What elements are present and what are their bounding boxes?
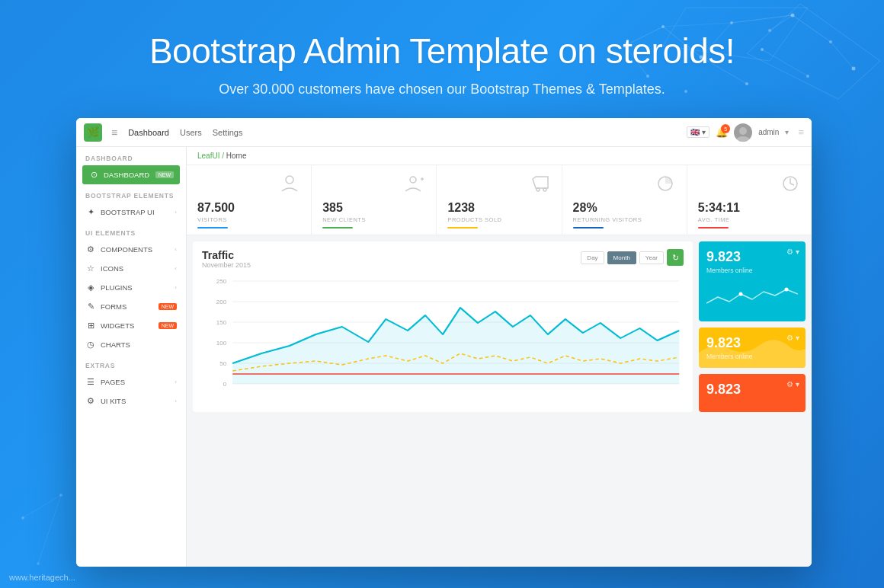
visitors-bar <box>197 227 228 228</box>
sidebar-section-dashboard: DASHBOARD <box>76 147 186 165</box>
widget-members-online-yellow: ⚙ ▾ 9.823 Members online <box>699 328 806 368</box>
sidebar-item-widgets[interactable]: ⊞ WIDGETS NEW <box>76 316 186 335</box>
sidebar-item-label: WIDGETS <box>101 321 134 330</box>
returning-bar <box>573 227 604 228</box>
ctrl-month[interactable]: Month <box>607 251 636 264</box>
returning-value: 28% <box>573 201 597 215</box>
stat-returning: 28% RETURNING VISITORS <box>562 165 687 235</box>
sidebar-item-icons[interactable]: ☆ ICONS ‹ <box>76 259 186 278</box>
svg-line-42 <box>790 184 794 185</box>
sidebar-item-label: CHARTS <box>101 340 130 349</box>
hamburger-icon[interactable]: ≡ <box>111 126 117 139</box>
topnav-link-users[interactable]: Users <box>180 128 202 137</box>
svg-marker-55 <box>232 308 679 384</box>
language-flag[interactable]: 🇬🇧 ▾ <box>687 126 709 138</box>
svg-point-31 <box>739 127 747 135</box>
forms-icon: ✎ <box>85 302 96 312</box>
widget-value-red: 9.823 <box>706 382 798 398</box>
dashboard-new-badge: NEW <box>155 171 174 178</box>
charts-icon: ◷ <box>85 340 96 350</box>
visitors-value: 87.500 <box>197 201 235 215</box>
sidebar-item-dashboard[interactable]: ⊙ DASHBOARD NEW <box>82 165 180 184</box>
topnav-logo: 🌿 <box>84 123 102 142</box>
hero-subtitle: Over 30.000 customers have chosen our Bo… <box>0 81 884 97</box>
dashboard-icon: ⊙ <box>88 170 99 180</box>
topnav-link-settings[interactable]: Settings <box>213 128 243 137</box>
traffic-card: Traffic November 2015 Day Month Year ↻ <box>193 241 693 412</box>
traffic-chart-area: 250 200 150 100 50 0 <box>202 273 684 391</box>
traffic-title: Traffic <box>202 249 251 261</box>
widget-gear-icon[interactable]: ⚙ ▾ <box>786 248 799 256</box>
watermark: www.heritagech... <box>9 573 75 582</box>
returning-label: RETURNING VISITORS <box>573 216 642 223</box>
admin-label[interactable]: admin <box>758 128 779 136</box>
svg-point-32 <box>736 136 750 142</box>
sidebar-item-bootstrap-ui[interactable]: ✦ BOOTSTRAP UI ‹ <box>76 203 186 222</box>
svg-text:150: 150 <box>216 320 226 326</box>
products-label: PRODUCTS SOLD <box>447 216 501 223</box>
returning-icon <box>655 174 676 197</box>
breadcrumb-page: Home <box>226 152 247 160</box>
svg-line-19 <box>770 15 793 30</box>
widget-gear-icon-3[interactable]: ⚙ ▾ <box>786 380 799 388</box>
ctrl-refresh[interactable]: ↻ <box>667 249 684 266</box>
svg-line-29 <box>23 495 61 518</box>
svg-point-56 <box>739 292 743 296</box>
avgtime-label: AVG. TIME <box>698 216 730 223</box>
new-clients-icon <box>404 174 425 197</box>
breadcrumb-app: LeafUI <box>197 152 219 160</box>
widget-value-teal: 9.823 <box>706 249 798 265</box>
arrow-icon: ‹ <box>175 265 177 272</box>
avgtime-bar <box>698 227 729 228</box>
bootstrap-icon: ✦ <box>85 207 96 217</box>
sidebar-item-components[interactable]: ⚙ COMPONENTS ‹ <box>76 240 186 259</box>
visitors-label: VISITORS <box>197 216 227 223</box>
svg-text:250: 250 <box>216 279 226 285</box>
arrow-icon: ‹ <box>175 379 177 385</box>
sidebar-item-ui-kits[interactable]: ⚙ UI KITS ‹ <box>76 391 186 411</box>
svg-point-38 <box>543 188 546 191</box>
notification-count: 5 <box>721 124 730 133</box>
sidebar-item-label: DASHBOARD <box>104 171 149 179</box>
charts-row: Traffic November 2015 Day Month Year ↻ <box>187 235 812 418</box>
new-clients-label: NEW CLIENTS <box>322 216 366 223</box>
arrow-icon: ‹ <box>175 246 177 253</box>
sidebar-section-bootstrap: BOOTSTRAP ELEMENTS <box>76 184 186 203</box>
traffic-controls: Day Month Year ↻ <box>581 249 684 266</box>
svg-line-16 <box>732 15 793 23</box>
stat-products: 1238 PRODUCTS SOLD <box>437 165 562 235</box>
products-value: 1238 <box>447 201 475 215</box>
svg-point-33 <box>286 176 293 184</box>
ctrl-day[interactable]: Day <box>581 251 604 264</box>
svg-text:50: 50 <box>219 361 226 367</box>
sidebar-item-pages[interactable]: ☰ PAGES ‹ <box>76 372 186 391</box>
notification-bell[interactable]: 🔔 5 <box>716 126 728 138</box>
sidebar-item-plugins[interactable]: ◈ PLUGINS ‹ <box>76 278 186 297</box>
svg-point-1 <box>661 25 665 28</box>
sidebar-item-label: PLUGINS <box>101 283 133 292</box>
sidebar-section-extras: EXTRAS <box>76 354 186 372</box>
sidebar-item-label: COMPONENTS <box>101 245 152 254</box>
ctrl-year[interactable]: Year <box>639 251 664 264</box>
side-widgets: ⚙ ▾ 9.823 Members online ⚙ ▾ 9.823 <box>699 241 806 412</box>
breadcrumb: LeafUI / Home <box>187 147 812 165</box>
forms-new-badge: NEW <box>159 303 177 310</box>
svg-point-5 <box>791 14 795 18</box>
topnav-menu-icon[interactable]: ≡ <box>798 126 804 138</box>
admin-menu-arrow[interactable]: ▾ <box>785 128 789 136</box>
sidebar-section-ui: UI ELEMENTS <box>76 222 186 240</box>
svg-point-28 <box>37 562 40 565</box>
plugins-icon: ◈ <box>85 283 96 292</box>
svg-text:200: 200 <box>216 299 226 305</box>
sidebar: DASHBOARD ⊙ DASHBOARD NEW BOOTSTRAP ELEM… <box>76 147 187 567</box>
sidebar-item-charts[interactable]: ◷ CHARTS <box>76 335 186 354</box>
avatar[interactable] <box>734 123 752 142</box>
components-icon: ⚙ <box>85 244 96 254</box>
products-icon <box>530 174 551 197</box>
widget-label-teal: Members online <box>706 267 798 274</box>
topnav-link-dashboard[interactable]: Dashboard <box>128 128 169 137</box>
sidebar-item-forms[interactable]: ✎ FORMS NEW <box>76 297 186 316</box>
sidebar-item-label: UI KITS <box>101 397 126 405</box>
content-area: LeafUI / Home 87.500 VISITORS <box>187 147 812 567</box>
admin-ui-preview: 🌿 ≡ Dashboard Users Settings 🇬🇧 ▾ 🔔 5 ad… <box>76 118 812 567</box>
